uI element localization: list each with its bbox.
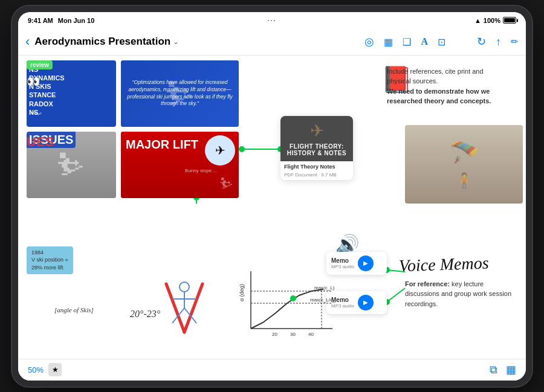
media-icon[interactable]: ⊡ bbox=[438, 36, 445, 48]
slide4-desc: Bunny slope ... bbox=[185, 168, 217, 173]
layers-icon[interactable]: ❑ bbox=[403, 36, 411, 48]
ues-partial-label: UES bbox=[27, 134, 54, 150]
wifi-icon: ▲ bbox=[474, 17, 481, 24]
rotate-icon[interactable]: ↻ bbox=[477, 35, 486, 48]
text-icon[interactable]: A bbox=[421, 36, 428, 47]
share-icon[interactable]: ↑ bbox=[496, 36, 501, 48]
voice-memos-desc: For reference: key lecture discussions a… bbox=[405, 279, 514, 309]
status-time: 9:41 AM bbox=[28, 17, 53, 24]
svg-point-11 bbox=[180, 282, 189, 292]
nav-actions: ◎ ▦ ❑ A ⊡ ↻ ↑ ✏ bbox=[364, 35, 519, 48]
slide-3[interactable]: ⛷ "Optimizations have allowed for increa… bbox=[121, 60, 239, 127]
canvas-area: review 👀 NS DYNAMICS N SKIS STANCE RADOX… bbox=[18, 56, 526, 359]
angle-value: 20°-23° bbox=[130, 309, 160, 320]
battery-percent: 100% bbox=[484, 17, 500, 24]
voice-memos-for-ref: For reference: bbox=[405, 280, 450, 288]
zoom-percentage[interactable]: 50% bbox=[28, 365, 44, 374]
bottom-toolbar: 50% ★ ⧉ ▦ bbox=[18, 359, 526, 381]
svg-line-14 bbox=[172, 308, 184, 323]
svg-text:20: 20 bbox=[272, 332, 277, 337]
toolbar-right: ⧉ ▦ bbox=[490, 363, 516, 376]
historic-photo: 🪂 🧍 bbox=[405, 125, 523, 204]
airplane-icon: ✈ bbox=[310, 121, 324, 141]
edit-icon[interactable]: ✏ bbox=[511, 36, 519, 47]
ski-stat-year: 1984 bbox=[31, 249, 68, 257]
nav-bar: ‹ Aerodynamics Presentation ⌄ ◎ ▦ ❑ A ⊡ … bbox=[18, 29, 526, 56]
memo-1-info: Memo MP3 audio bbox=[331, 257, 354, 269]
pdf-attachment-card[interactable]: ✈ FLIGHT THEORY: HISTORY & NOTES Flight … bbox=[280, 116, 353, 180]
play-button-1[interactable]: ▶ bbox=[358, 255, 374, 271]
title-chevron[interactable]: ⌄ bbox=[173, 37, 179, 46]
star-icon: ★ bbox=[52, 365, 59, 374]
svg-text:30: 30 bbox=[290, 332, 296, 337]
layers-toolbar-icon[interactable]: ⧉ bbox=[490, 364, 497, 376]
major-lift-label: MAJOR LIFT bbox=[126, 138, 198, 152]
battery-icon bbox=[503, 17, 516, 24]
memo-card-1[interactable]: Memo MP3 audio ▶ bbox=[326, 252, 387, 275]
back-button[interactable]: ‹ bbox=[25, 34, 30, 50]
nav-title: Aerodynamics Presentation bbox=[34, 36, 170, 48]
status-bar: 9:41 AM Mon Jun 10 ··· ▲ 100% bbox=[18, 12, 526, 29]
ipad-screen: 9:41 AM Mon Jun 10 ··· ▲ 100% ‹ Aerodyna… bbox=[18, 12, 526, 381]
book-title: FLIGHT THEORY: HISTORY & NOTES bbox=[287, 143, 346, 156]
zoom-star-button[interactable]: ★ bbox=[48, 363, 62, 376]
ipad-frame: 9:41 AM Mon Jun 10 ··· ▲ 100% ‹ Aerodyna… bbox=[12, 6, 532, 387]
slide-1[interactable]: NS DYNAMICS N SKIS STANCE RADOX NS 〜 bbox=[27, 60, 116, 127]
ski-icon-slide4: ⛷ bbox=[219, 175, 234, 192]
parachute-icon: 🪂 bbox=[449, 139, 479, 167]
svg-point-27 bbox=[290, 295, 296, 301]
grid-view-icon[interactable]: ▦ bbox=[384, 36, 393, 48]
circular-img-1: ✈ bbox=[205, 135, 235, 165]
svg-text:max(c_L/c_D): max(c_L/c_D) bbox=[310, 297, 335, 303]
memo-card-2[interactable]: Memo MP3 audio ▶ bbox=[326, 291, 387, 314]
play-button-2[interactable]: ▶ bbox=[358, 295, 374, 310]
svg-text:max(c_L): max(c_L) bbox=[314, 285, 335, 291]
nav-dots: ··· bbox=[267, 17, 276, 24]
voice-memos-title: Voice Memos bbox=[398, 253, 489, 275]
memo-1-label: Memo bbox=[331, 257, 354, 264]
ski-stat-label: V ski position = bbox=[31, 256, 68, 264]
grid-toolbar-icon[interactable]: ▦ bbox=[506, 363, 516, 376]
svg-point-6 bbox=[239, 146, 245, 152]
eyes-emoji: 👀 bbox=[27, 75, 40, 88]
graph-area: α (deg) max(c_L) max(c_L/c_D) 20 30 40 bbox=[239, 268, 335, 341]
nav-title-area: Aerodynamics Presentation ⌄ bbox=[34, 36, 360, 48]
pdf-label: Flight Theory Notes bbox=[280, 161, 353, 172]
svg-text:40: 40 bbox=[308, 332, 314, 337]
ski-stats-annotation: 1984 V ski position = 28% more lift bbox=[27, 246, 73, 274]
zoom-control: 50% ★ bbox=[28, 363, 62, 376]
reference-text: Include references, cite print and physi… bbox=[387, 66, 508, 106]
slide-3-quote-container: "Optimizations have allowed for increase… bbox=[121, 60, 239, 127]
angle-annotation: [angle of Skis] bbox=[54, 306, 94, 313]
slide-3-quote: "Optimizations have allowed for increase… bbox=[126, 79, 234, 108]
ski-photo-placeholder: ⛷ bbox=[56, 147, 86, 182]
back-chevron: ‹ bbox=[25, 34, 30, 50]
ski-stat-lift: 28% more lift bbox=[31, 264, 68, 272]
book-cover-image: ✈ FLIGHT THEORY: HISTORY & NOTES bbox=[280, 116, 353, 161]
review-label: review bbox=[27, 60, 53, 69]
svg-line-3 bbox=[387, 288, 405, 302]
slide-4[interactable]: MAJOR LIFT ⛷ ✈ Bunny slope ... bbox=[121, 132, 239, 198]
historic-photo-bg: 🪂 🧍 bbox=[405, 125, 523, 204]
wave-icon: 〜 bbox=[29, 105, 42, 123]
svg-line-15 bbox=[184, 308, 196, 323]
pdf-sublabel: PDF Document · 9.7 MB bbox=[280, 172, 353, 180]
figure-icon: 🧍 bbox=[455, 172, 473, 189]
reference-text-emphasis: We need to demonstrate how we researched… bbox=[387, 88, 491, 105]
pen-tool-icon[interactable]: ◎ bbox=[364, 35, 374, 48]
status-date: Mon Jun 10 bbox=[58, 17, 95, 24]
status-icons: ▲ 100% bbox=[474, 17, 516, 24]
reference-text-main: Include references, cite print and physi… bbox=[387, 68, 484, 85]
svg-text:α (deg): α (deg) bbox=[239, 284, 245, 301]
